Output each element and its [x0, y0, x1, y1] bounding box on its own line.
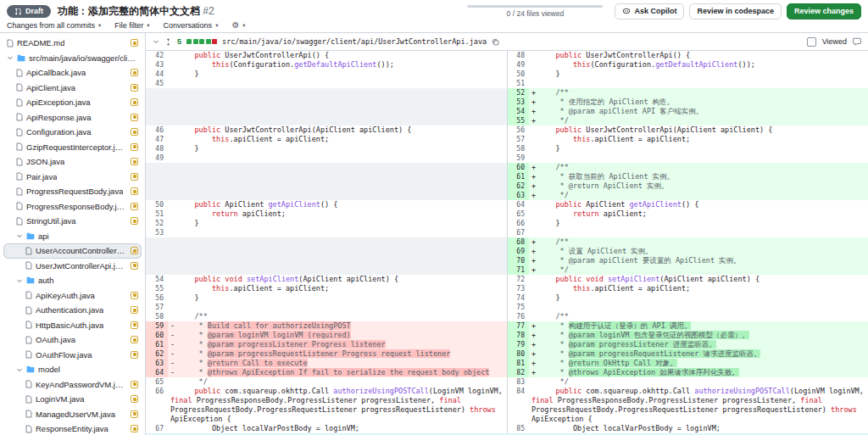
file-tree-item[interactable]: Configuration.java — [3, 125, 142, 140]
line-number[interactable] — [146, 98, 168, 107]
line-number[interactable]: 60 — [146, 331, 168, 340]
copy-path-button[interactable] — [492, 38, 499, 46]
line-number[interactable]: 68 — [507, 237, 529, 247]
line-number[interactable]: 63 — [507, 191, 529, 200]
line-number[interactable]: 45 — [146, 79, 168, 88]
diff-settings-dropdown[interactable]: ⚙▾ — [231, 21, 245, 30]
line-number[interactable]: 50 — [507, 70, 529, 79]
line-number[interactable]: 54 — [507, 107, 529, 116]
line-number[interactable] — [146, 88, 168, 98]
line-number[interactable]: 62 — [507, 181, 529, 191]
line-number[interactable]: 74 — [507, 293, 529, 303]
file-tree-item[interactable]: StringUtil.java — [3, 214, 142, 229]
line-number[interactable]: 56 — [146, 293, 168, 303]
line-number[interactable] — [146, 107, 168, 116]
line-number[interactable]: 57 — [507, 135, 529, 144]
conversations-dropdown[interactable]: Conversations▾ — [164, 21, 219, 30]
line-number[interactable]: 81 — [507, 359, 529, 368]
line-number[interactable]: 61 — [146, 340, 168, 349]
line-number[interactable]: 66 — [507, 219, 529, 228]
line-number[interactable]: 70 — [507, 256, 529, 265]
line-number[interactable]: 65 — [507, 209, 529, 219]
commits-dropdown[interactable]: Changes from all commits▾ — [7, 21, 101, 30]
file-tree-item[interactable]: ApiException.java — [3, 95, 142, 110]
line-number[interactable]: 52 — [507, 88, 529, 98]
file-tree-item[interactable]: UserAccountControllerApi.java — [3, 243, 142, 259]
line-number[interactable]: 84 — [507, 387, 529, 424]
line-number[interactable]: 47 — [146, 135, 168, 144]
file-tree-item[interactable]: ApiResponse.java — [3, 110, 142, 125]
line-number[interactable]: 85 — [507, 424, 529, 433]
line-number[interactable]: 43 — [146, 60, 168, 70]
line-number[interactable]: 55 — [507, 116, 529, 125]
line-number[interactable]: 59 — [507, 153, 529, 163]
line-number[interactable]: 67 — [146, 424, 168, 433]
file-tree-item[interactable]: ApiCallback.java — [3, 65, 142, 81]
line-number[interactable]: 82 — [507, 368, 529, 377]
line-number[interactable]: 55 — [146, 284, 168, 293]
line-number[interactable]: 48 — [507, 51, 529, 60]
file-tree-item[interactable]: OAuthFlow.java — [3, 348, 142, 363]
line-number[interactable] — [146, 181, 168, 191]
line-number[interactable]: 79 — [507, 340, 529, 349]
line-number[interactable]: 46 — [146, 125, 168, 135]
line-number[interactable] — [146, 247, 168, 256]
file-tree-item[interactable]: Pair.java — [3, 170, 142, 185]
line-number[interactable]: 62 — [146, 349, 168, 359]
line-number[interactable]: 69 — [507, 247, 529, 256]
collapse-file-button[interactable] — [153, 38, 159, 45]
line-number[interactable]: 72 — [507, 275, 529, 284]
file-tree-item[interactable]: Authentication.java — [3, 303, 142, 318]
line-number[interactable]: 44 — [146, 70, 168, 79]
line-number[interactable]: 49 — [146, 153, 168, 163]
line-number[interactable]: 52 — [146, 219, 168, 228]
line-number[interactable]: 77 — [507, 321, 529, 331]
line-number[interactable]: 75 — [507, 303, 529, 312]
line-number[interactable] — [146, 256, 168, 265]
line-number[interactable]: 64 — [507, 200, 529, 209]
line-number[interactable]: 66 — [146, 387, 168, 424]
file-tree-folder[interactable]: auth — [3, 273, 142, 288]
line-number[interactable]: 53 — [507, 98, 529, 107]
line-number[interactable] — [146, 191, 168, 200]
file-tree-folder[interactable]: model — [3, 362, 142, 377]
line-number[interactable] — [146, 265, 168, 275]
line-number[interactable] — [146, 237, 168, 247]
line-number[interactable] — [146, 163, 168, 172]
line-number[interactable]: 51 — [146, 209, 168, 219]
line-number[interactable]: 60 — [507, 163, 529, 172]
line-number[interactable]: 49 — [507, 60, 529, 70]
line-number[interactable]: 65 — [146, 377, 168, 387]
line-number[interactable]: 67 — [507, 228, 529, 237]
line-number[interactable]: 76 — [507, 312, 529, 321]
file-tree-item[interactable]: ResponseEntity.java — [3, 421, 142, 435]
line-number[interactable]: 42 — [146, 51, 168, 60]
line-number[interactable] — [146, 116, 168, 125]
file-tree-item[interactable]: ProgressResponseBody.java — [3, 199, 142, 215]
line-number[interactable]: 59 — [146, 321, 168, 331]
file-tree-item[interactable]: ProgressRequestBody.java — [3, 184, 142, 199]
line-number[interactable]: 83 — [507, 377, 529, 387]
line-number[interactable]: 48 — [146, 144, 168, 153]
line-number[interactable]: 56 — [507, 125, 529, 135]
expand-all-button[interactable] — [164, 38, 172, 46]
file-tree-item[interactable]: ApiKeyAuth.java — [3, 288, 142, 304]
line-number[interactable]: 57 — [146, 303, 168, 312]
file-tree-folder[interactable]: src/main/java/io/swagger/client — [3, 51, 142, 66]
line-number[interactable] — [146, 172, 168, 181]
line-number[interactable]: 54 — [146, 275, 168, 284]
review-in-codespace-button[interactable]: Review in codespace — [689, 3, 782, 20]
line-number[interactable]: 58 — [507, 144, 529, 153]
line-number[interactable]: 61 — [507, 172, 529, 181]
file-tree-folder[interactable]: api — [3, 229, 142, 244]
file-tree-item[interactable]: ManagedUserVM.java — [3, 407, 142, 422]
line-number[interactable]: 58 — [146, 312, 168, 321]
line-number[interactable]: 50 — [146, 200, 168, 209]
line-number[interactable]: 78 — [507, 331, 529, 340]
file-tree-item[interactable]: GzipRequestInterceptor.java — [3, 140, 142, 155]
file-tree-item[interactable]: HttpBasicAuth.java — [3, 318, 142, 333]
file-comment-button[interactable] — [853, 37, 861, 46]
file-tree-item[interactable]: README.md — [3, 36, 142, 51]
line-number[interactable]: 73 — [507, 284, 529, 293]
file-tree-item[interactable]: ApiClient.java — [3, 81, 142, 96]
